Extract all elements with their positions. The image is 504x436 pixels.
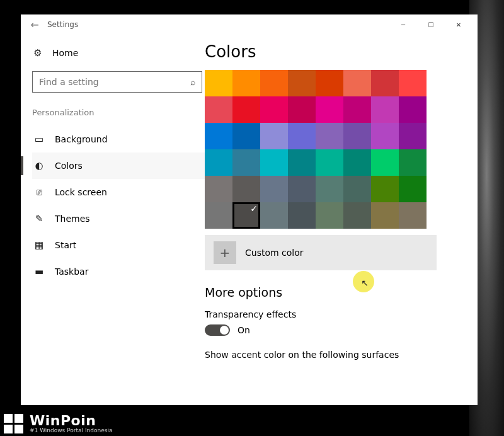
color-swatch[interactable] [399,123,427,149]
color-swatch[interactable] [316,70,343,96]
sidebar-item-themes[interactable]: ✎Themes [32,205,205,232]
window-title: Settings [47,20,78,29]
lockscreen-icon: ⎚ [33,186,45,198]
color-swatch[interactable] [260,149,288,176]
sidebar-item-lock-screen[interactable]: ⎚Lock screen [32,179,205,205]
color-swatch[interactable] [399,96,427,123]
color-swatch[interactable] [316,176,343,202]
color-swatch[interactable] [316,149,343,176]
color-swatch[interactable] [232,202,260,229]
color-swatch[interactable] [371,70,399,96]
sidebar-item-label: Colors [55,161,83,171]
color-swatch[interactable] [399,176,427,202]
color-swatch[interactable] [343,176,371,202]
color-swatch[interactable] [399,149,427,176]
page-heading: Colors [205,42,478,61]
custom-color-button[interactable]: + Custom color [205,235,437,270]
color-swatch[interactable] [260,202,288,229]
color-swatch[interactable] [288,96,316,123]
home-label: Home [52,48,78,58]
close-button[interactable]: ✕ [445,15,472,34]
color-swatch[interactable] [260,123,288,149]
color-swatch[interactable] [205,70,232,96]
more-options-heading: More options [205,285,478,299]
watermark: WinPoin #1 Windows Portal Indonesia [0,414,112,433]
back-button[interactable]: ← [26,19,43,31]
color-swatch[interactable] [399,70,427,96]
watermark-logo-icon [4,414,23,433]
color-swatch[interactable] [205,176,232,202]
sidebar: ⚙ Home ⌕ Personalization ▭Background◐Col… [21,35,205,405]
section-label: Personalization [32,108,205,117]
color-swatch[interactable] [371,202,399,229]
color-swatch[interactable] [343,70,371,96]
transparency-toggle[interactable] [205,324,230,336]
color-swatch[interactable] [232,96,260,123]
color-swatch[interactable] [399,202,427,229]
color-swatch[interactable] [288,123,316,149]
color-swatch[interactable] [288,70,316,96]
home-button[interactable]: ⚙ Home [32,45,205,61]
color-swatch[interactable] [371,96,399,123]
sidebar-item-background[interactable]: ▭Background [32,126,205,152]
color-swatch[interactable] [343,202,371,229]
main-panel: Colors + Custom color More options Trans… [205,35,478,405]
paintbrush-icon: ✎ [33,213,45,224]
gear-icon: ⚙ [32,47,43,59]
color-swatch[interactable] [288,176,316,202]
watermark-tagline: #1 Windows Portal Indonesia [30,428,112,433]
color-swatch[interactable] [371,176,399,202]
color-swatch[interactable] [343,149,371,176]
minimize-button[interactable]: ─ [389,15,417,34]
sidebar-item-start[interactable]: ▦Start [32,232,205,258]
color-swatch[interactable] [343,96,371,123]
custom-color-label: Custom color [245,248,304,258]
maximize-button[interactable]: ☐ [417,15,445,34]
sidebar-item-label: Lock screen [55,187,107,197]
color-swatch[interactable] [232,176,260,202]
palette-icon: ◐ [33,160,45,171]
image-icon: ▭ [33,134,45,145]
color-swatch[interactable] [316,96,343,123]
color-swatch[interactable] [316,202,343,229]
color-swatch[interactable] [316,123,343,149]
settings-window: ← Settings ─ ☐ ✕ ⚙ Home ⌕ Personalizatio… [21,14,478,405]
plus-icon: + [214,241,236,264]
color-swatch[interactable] [371,123,399,149]
sidebar-item-label: Taskbar [55,267,88,277]
sidebar-item-label: Background [55,134,108,144]
color-swatch[interactable] [205,149,232,176]
color-swatch[interactable] [260,96,288,123]
color-palette [205,70,478,229]
search-box[interactable]: ⌕ [32,71,202,93]
color-swatch[interactable] [205,202,232,229]
transparency-state: On [238,325,250,335]
window-titlebar: ← Settings ─ ☐ ✕ [21,14,478,35]
accent-surfaces-label: Show accent color on the following surfa… [205,350,478,360]
sidebar-item-taskbar[interactable]: ▬Taskbar [32,258,205,285]
color-swatch[interactable] [288,149,316,176]
color-swatch[interactable] [288,202,316,229]
search-icon: ⌕ [190,77,195,87]
sidebar-item-label: Start [55,240,76,250]
watermark-name: WinPoin [30,414,112,428]
search-input[interactable] [39,77,190,87]
color-swatch[interactable] [371,149,399,176]
color-swatch[interactable] [343,123,371,149]
color-swatch[interactable] [232,149,260,176]
sidebar-item-colors[interactable]: ◐Colors [32,152,205,179]
color-swatch[interactable] [260,176,288,202]
color-swatch[interactable] [260,70,288,96]
color-swatch[interactable] [205,96,232,123]
taskbar-icon: ▬ [33,266,45,277]
grid-icon: ▦ [33,239,45,251]
sidebar-item-label: Themes [55,214,90,224]
color-swatch[interactable] [232,70,260,96]
color-swatch[interactable] [205,123,232,149]
color-swatch[interactable] [232,123,260,149]
transparency-label: Transparency effects [205,309,478,319]
